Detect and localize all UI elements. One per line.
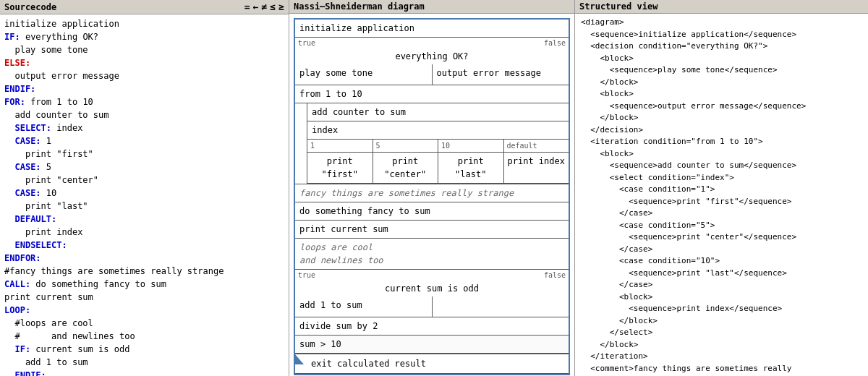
xml-line: <sequence>print "center"</sequence> xyxy=(581,231,862,244)
code-line: add counter to sum xyxy=(4,108,284,121)
false-label-odd: false xyxy=(544,270,566,281)
ctrl-geq[interactable]: ≥ xyxy=(278,1,284,12)
mid-panel-title: Nassi–Shneiderman diagram xyxy=(294,1,425,12)
code-line: CASE: 10 xyxy=(4,187,284,200)
ns-branch-false-ok: output error message xyxy=(433,64,569,85)
ns-case-5: print "center" xyxy=(373,153,439,183)
code-line: # and newlines too xyxy=(4,330,284,343)
xml-line: </block> xyxy=(581,77,862,89)
true-label-odd: true xyxy=(298,270,315,281)
xml-line: <sequence>initialize application</sequen… xyxy=(581,29,862,41)
ns-loop-header-for: from 1 to 10 xyxy=(295,85,569,103)
mid-panel: Nassi–Shneiderman diagram initialize app… xyxy=(289,0,575,376)
code-line: play some tone xyxy=(4,43,284,56)
ns-call-fancy: do something fancy to sum xyxy=(295,202,569,221)
xml-line: </select> xyxy=(581,327,862,339)
left-panel: Sourcecode = ← ≠ ≤ ≥ initialize applicat… xyxy=(0,0,289,376)
ns-diagram-container: initialize application true false everyt… xyxy=(289,14,574,376)
code-line: DEFAULT: xyxy=(4,213,284,226)
code-line: #fancy things are sometimes really stran… xyxy=(4,265,284,278)
code-line: SELECT: index xyxy=(4,121,284,134)
ns-true-false-odd: true false xyxy=(295,270,569,281)
ns-comment-loops: loops are cooland newlines too xyxy=(295,239,569,270)
right-panel-title: Structured view xyxy=(579,1,658,12)
ns-case-1: print "first" xyxy=(307,153,373,183)
code-line: print "center" xyxy=(4,174,284,187)
xml-line: <iteration condition="from 1 to 10"> xyxy=(581,136,862,148)
ns-exit-text: exit calculated result xyxy=(299,359,426,369)
ctrl-neq[interactable]: ≠ xyxy=(262,1,268,12)
right-panel-header: Structured view xyxy=(575,0,868,14)
xml-line: </decision> xyxy=(581,124,862,137)
ns-decision-text-ok: everything OK? xyxy=(295,48,569,64)
code-line: IF: everything OK? xyxy=(4,30,284,43)
ns-decision-header-ok: true false everything OK? xyxy=(295,38,569,64)
ns-case-label-default: default xyxy=(504,140,569,152)
code-line: print "last" xyxy=(4,200,284,213)
ns-loop-body-for: add counter to sum index 1 5 10 default … xyxy=(307,103,569,184)
ctrl-leq[interactable]: ≤ xyxy=(270,1,276,12)
ctrl-eq[interactable]: = xyxy=(244,1,250,12)
ns-seq-init: initialize application xyxy=(295,20,569,38)
xml-line: <case condition="5"> xyxy=(581,220,862,232)
xml-line: <block> xyxy=(581,88,862,101)
ctrl-larr[interactable]: ← xyxy=(253,1,259,12)
ns-loop-while: loops are cooland newlines too true fals… xyxy=(295,239,569,354)
ns-decision-ok: true false everything OK? play some tone… xyxy=(295,38,569,85)
xml-line: <decision condition="everything OK?"> xyxy=(581,40,862,53)
xml-line: <block> xyxy=(581,148,862,161)
true-label: true xyxy=(298,38,315,48)
xml-line: <sequence>play some tone</sequence> xyxy=(581,64,862,77)
left-panel-controls[interactable]: = ← ≠ ≤ ≥ xyxy=(244,1,284,12)
ns-case-10: print "last" xyxy=(438,153,504,183)
ns-select-index: index 1 5 10 default print "first" print… xyxy=(307,121,569,184)
xml-line: </block> xyxy=(581,315,862,328)
xml-line: </iteration> xyxy=(581,351,862,363)
xml-line: <sequence>print index</sequence> xyxy=(581,303,862,315)
xml-line: </block> xyxy=(581,339,862,351)
ns-exit: exit calculated result xyxy=(295,354,569,374)
code-line: print index xyxy=(4,226,284,239)
ns-if-inner-odd: true false current sum is odd add 1 to s… xyxy=(295,270,569,317)
code-line: CASE: 5 xyxy=(4,161,284,174)
ns-case-label-5: 5 xyxy=(373,140,439,152)
ns-case-default: print index xyxy=(504,153,569,183)
code-line: add 1 to sum xyxy=(4,356,284,369)
ns-decision-header-odd: true false current sum is odd xyxy=(295,270,569,296)
xml-line: <block> xyxy=(581,291,862,304)
code-line: CASE: 1 xyxy=(4,134,284,148)
xml-line: <sequence>add counter to sum</sequence> xyxy=(581,160,862,172)
false-label: false xyxy=(544,38,566,48)
xml-line: </case> xyxy=(581,208,862,220)
ns-select-case-labels: 1 5 10 default xyxy=(307,140,569,153)
code-line: #loops are cool xyxy=(4,317,284,330)
xml-line: </case> xyxy=(581,279,862,291)
xml-line: <sequence>output error message</sequence… xyxy=(581,101,862,113)
ns-loop-for: from 1 to 10 add counter to sum index 1 … xyxy=(295,85,569,184)
code-line: initialize application xyxy=(4,17,284,30)
xml-line: <sequence>print "last"</sequence> xyxy=(581,268,862,280)
ns-seq-divide: divide sum by 2 xyxy=(295,317,569,336)
ns-select-header-index: index xyxy=(307,121,569,140)
xml-line: <diagram> xyxy=(581,17,862,29)
code-line: CALL: do something fancy to sum xyxy=(4,278,284,291)
ns-seq-print-sum: print current sum xyxy=(295,221,569,239)
xml-line: <comment>fancy things are sometimes real… xyxy=(581,363,862,375)
code-line: ENDFOR: xyxy=(4,252,284,265)
code-line: IF: current sum is odd xyxy=(4,343,284,356)
code-line: ENDIF: xyxy=(4,82,284,95)
xml-line: <block> xyxy=(581,53,862,65)
code-line: output error message xyxy=(4,69,284,82)
ns-decision-text-odd: current sum is odd xyxy=(295,281,569,296)
code-line: ENDIF: xyxy=(4,369,284,376)
ns-loop-while-body: loops are cooland newlines too true fals… xyxy=(295,239,569,336)
left-panel-title: Sourcecode xyxy=(4,2,56,12)
xml-line: <select condition="index"> xyxy=(581,172,862,184)
ns-diagram: initialize application true false everyt… xyxy=(294,18,570,375)
ns-branch-false-odd xyxy=(433,296,569,317)
mid-panel-header: Nassi–Shneiderman diagram xyxy=(289,0,574,14)
ns-select-case-row: print "first" print "center" print "last… xyxy=(307,153,569,183)
ns-branches-ok: play some tone output error message xyxy=(295,64,569,85)
code-line: LOOP: xyxy=(4,304,284,317)
ns-seq-add-counter: add counter to sum xyxy=(307,103,569,121)
